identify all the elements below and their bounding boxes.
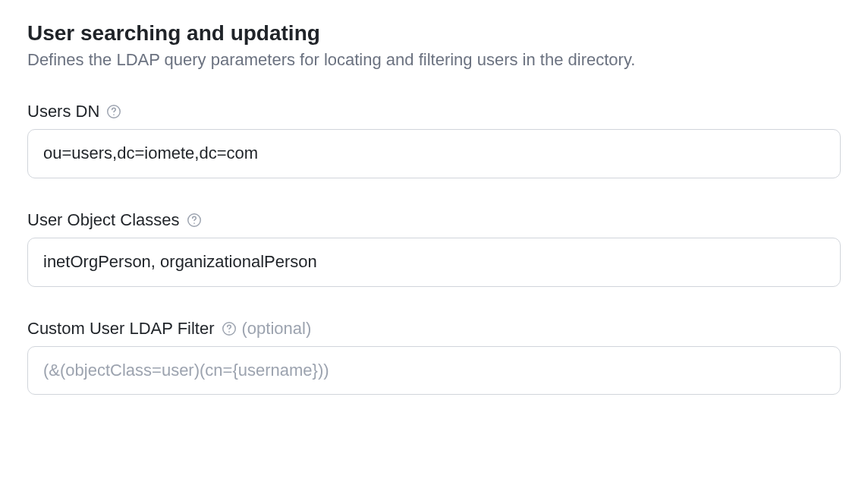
users-dn-label: Users DN [27,102,99,121]
svg-point-5 [228,331,230,333]
svg-point-3 [193,222,195,224]
user-object-classes-input[interactable] [27,238,841,287]
help-icon[interactable] [105,103,122,120]
user-object-classes-label: User Object Classes [27,210,180,230]
field-label-row: Custom User LDAP Filter (optional) [27,319,841,339]
svg-point-1 [114,114,115,115]
optional-tag: (optional) [242,319,312,339]
custom-filter-label: Custom User LDAP Filter [27,319,215,339]
section-title: User searching and updating [27,21,841,46]
help-icon[interactable] [221,320,237,337]
custom-filter-input[interactable] [27,346,841,396]
field-label-row: User Object Classes [27,210,841,230]
field-custom-filter: Custom User LDAP Filter (optional) [27,319,841,396]
section-description: Defines the LDAP query parameters for lo… [27,50,841,70]
field-label-row: Users DN [27,102,841,121]
users-dn-input[interactable] [27,129,841,178]
help-icon[interactable] [186,212,203,229]
field-users-dn: Users DN [27,102,841,178]
field-user-object-classes: User Object Classes [27,210,841,287]
